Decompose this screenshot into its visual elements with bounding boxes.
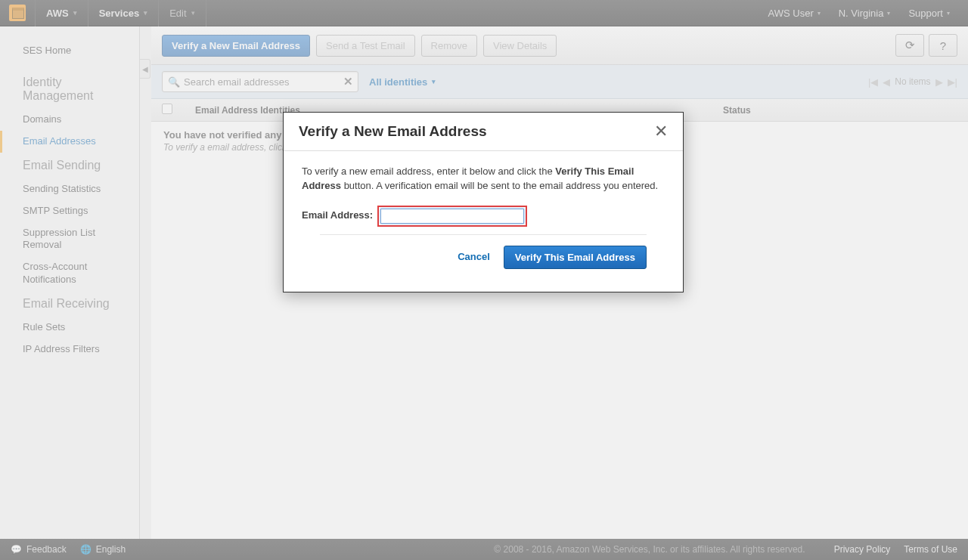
email-input-highlight [377,206,527,227]
verify-email-modal: Verify a New Email Address ✕ To verify a… [283,112,684,292]
email-label: Email Address: [302,209,373,223]
verify-this-email-button[interactable]: Verify This Email Address [504,246,647,269]
email-input[interactable] [380,209,524,224]
close-icon[interactable]: ✕ [654,123,668,140]
modal-description: To verify a new email address, enter it … [302,165,665,193]
cancel-button[interactable]: Cancel [458,250,490,265]
modal-title: Verify a New Email Address [299,123,487,140]
